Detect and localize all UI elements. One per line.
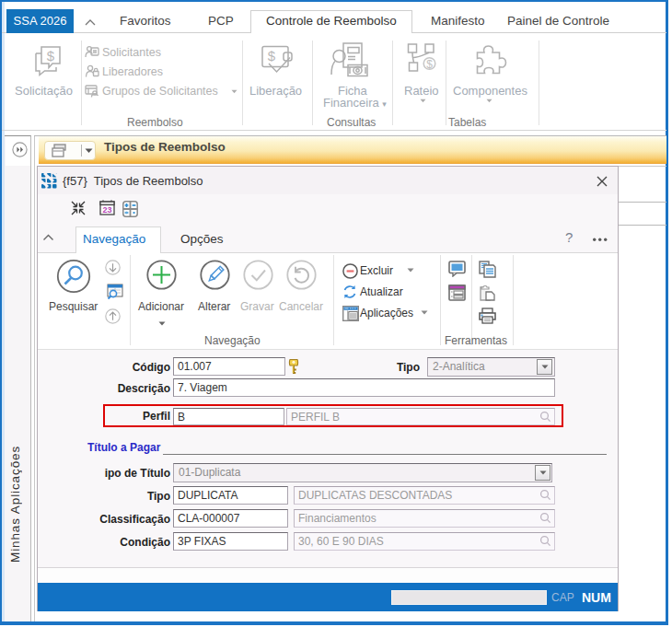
svg-text:$: $ [47, 48, 55, 64]
svg-text:$: $ [268, 48, 276, 64]
svg-text:$: $ [426, 58, 433, 71]
svg-text:23: 23 [102, 205, 111, 215]
